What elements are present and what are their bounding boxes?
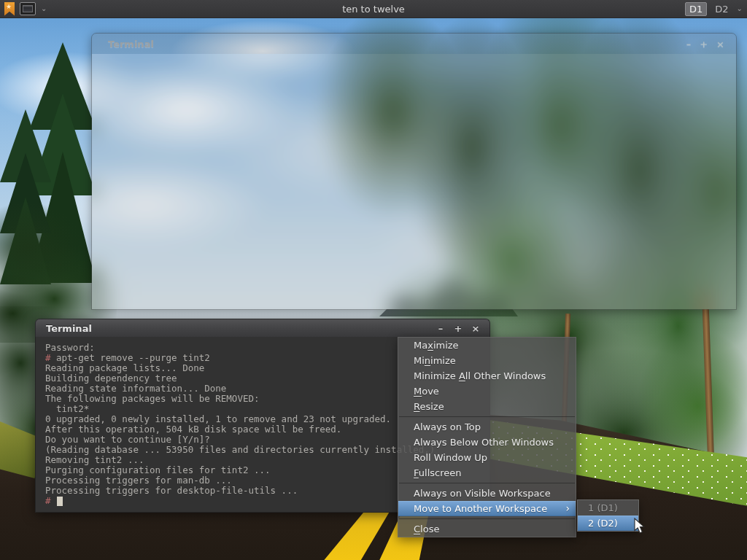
menu-item-label: Maximize [414,338,459,353]
menu-item-roll-window-up[interactable]: Roll Window Up [398,450,576,465]
chevron-down-icon[interactable]: ⌄ [41,5,47,12]
menu-item-label: Minimize All Other Windows [414,368,546,384]
menu-separator [398,481,576,486]
menu-item-move[interactable]: Move [398,384,576,399]
maximize-button[interactable]: + [700,39,708,50]
background-window-title: Terminal [108,39,154,50]
menu-item-label: Always on Visible Workspace [414,486,551,501]
terminal-cursor [57,497,63,506]
submenu-item-workspace-1: 1 (D1) [578,500,638,516]
minimize-button[interactable]: – [436,323,446,334]
distro-logo-icon[interactable]: ★ [4,2,15,16]
shell-prompt: # [45,352,56,363]
background-window-titlebar[interactable]: Terminal – + × [92,34,736,54]
terminal-title: Terminal [46,323,92,334]
menu-item-label: 1 (D1) [588,500,618,516]
menu-item-close[interactable]: Close [398,521,576,537]
menu-item-label: Minimize [414,353,456,368]
menu-separator [398,414,576,419]
chevron-down-icon[interactable]: ⌄ [737,5,743,12]
menu-item-maximize[interactable]: Maximize [398,338,576,353]
terminal-titlebar[interactable]: Terminal – + × [35,319,490,337]
menu-item-label: Fullscreen [414,465,461,481]
workspace-submenu: 1 (D1)2 (D2) [577,499,639,532]
top-panel: ★ ⌄ ten to twelve D1 D2 ⌄ [0,0,747,18]
menu-item-label: Move to Another Workspace [414,502,547,516]
desktop: ★ ⌄ ten to twelve D1 D2 ⌄ Terminal – + ×… [0,0,747,560]
submenu-item-workspace-2[interactable]: 2 (D2) [578,516,638,531]
window-list-button[interactable] [20,2,36,15]
menu-item-always-below-other-windows[interactable]: Always Below Other Windows [398,435,576,450]
workspace-button-d2[interactable]: D2 [711,3,732,15]
panel-clock-title: ten to twelve [0,4,747,15]
menu-item-label: Move [414,384,439,399]
mouse-cursor [634,518,647,535]
close-button[interactable]: × [716,39,724,50]
menu-item-label: 2 (D2) [588,516,618,530]
menu-item-resize[interactable]: Resize [398,399,576,414]
window-menu: MaximizeMinimizeMinimize All Other Windo… [398,337,576,537]
menu-item-always-on-visible-workspace[interactable]: Always on Visible Workspace [398,486,576,501]
menu-item-move-to-another-workspace[interactable]: Move to Another Workspace› [398,501,576,516]
menu-item-label: Roll Window Up [414,450,487,465]
background-window-content [92,54,736,309]
close-button[interactable]: × [471,323,481,334]
menu-separator [398,516,576,521]
minimize-button[interactable]: – [686,39,692,50]
menu-item-label: Always on Top [414,419,481,435]
menu-item-label: Always Below Other Windows [414,435,554,450]
shell-prompt: # [45,495,56,506]
menu-item-label: Close [414,521,439,537]
window-thumbnail-icon [23,5,33,12]
background-terminal-window[interactable]: Terminal – + × [91,33,737,310]
workspace-button-d1[interactable]: D1 [685,2,707,16]
menu-item-fullscreen[interactable]: Fullscreen [398,465,576,481]
menu-item-minimize[interactable]: Minimize [398,353,576,368]
menu-item-always-on-top[interactable]: Always on Top [398,419,576,435]
submenu-arrow-icon: › [565,501,570,516]
menu-item-minimize-all-other-windows[interactable]: Minimize All Other Windows [398,368,576,384]
menu-item-label: Resize [414,399,444,414]
maximize-button[interactable]: + [453,323,463,334]
